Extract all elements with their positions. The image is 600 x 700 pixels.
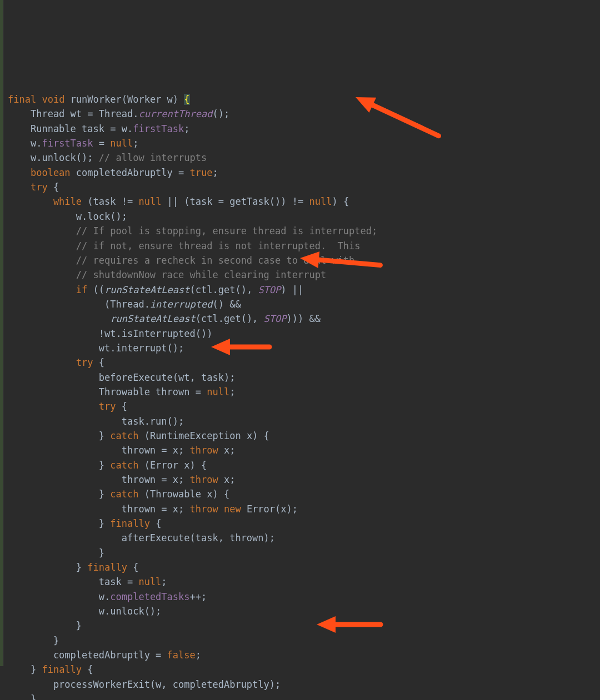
code-line: processWorkerExit(w, completedAbruptly); xyxy=(8,679,281,690)
code-line: } finally { xyxy=(8,518,161,529)
code-line: Runnable task = w.firstTask; xyxy=(8,123,190,134)
code-line: Throwable thrown = null; xyxy=(8,386,235,397)
code-line: w.completedTasks++; xyxy=(8,591,207,602)
code-editor[interactable]: final void runWorker(Worker w) { Thread … xyxy=(0,78,600,700)
code-line: runStateAtLeast(ctl.get(), STOP))) && xyxy=(8,313,321,324)
code-line: } finally { xyxy=(8,562,138,573)
code-line: thrown = x; throw x; xyxy=(8,445,235,456)
code-line: afterExecute(task, thrown); xyxy=(8,532,275,543)
code-line: // if not, ensure thread is not interrup… xyxy=(8,240,361,251)
code-line: } xyxy=(8,635,59,646)
code-line: w.lock(); xyxy=(8,211,127,222)
code-line: thrown = x; throw x; xyxy=(8,474,235,485)
code-line: // shutdownNow race while clearing inter… xyxy=(8,269,326,280)
code-line: } catch (RuntimeException x) { xyxy=(8,430,269,441)
code-line: w.firstTask = null; xyxy=(8,138,138,149)
code-line: !wt.isInterrupted()) xyxy=(8,328,212,339)
code-line: final void runWorker(Worker w) { xyxy=(8,94,190,105)
code-line: while (task != null || (task = getTask()… xyxy=(8,196,349,207)
code-line: task = null; xyxy=(8,576,167,587)
code-line: // requires a recheck in second case to … xyxy=(8,255,354,266)
code-line: } xyxy=(8,620,82,631)
code-line: // If pool is stopping, ensure thread is… xyxy=(8,225,377,236)
code-line: try { xyxy=(8,357,104,368)
code-line: boolean completedAbruptly = true; xyxy=(8,167,218,178)
code-line: w.unlock(); xyxy=(8,606,161,617)
code-line: w.unlock(); // allow interrupts xyxy=(8,152,207,163)
code-line: try { xyxy=(8,182,59,193)
code-line: } xyxy=(8,547,104,558)
code-line: completedAbruptly = false; xyxy=(8,649,201,661)
code-line: Thread wt = Thread.currentThread(); xyxy=(8,108,229,119)
code-line: (Thread.interrupted() && xyxy=(8,299,241,310)
code-line: try { xyxy=(8,401,127,412)
code-line: if ((runStateAtLeast(ctl.get(), STOP) || xyxy=(8,284,303,295)
code-line: } finally { xyxy=(8,664,93,675)
code-line: thrown = x; throw new Error(x); xyxy=(8,503,298,515)
code-line: } catch (Throwable x) { xyxy=(8,489,229,500)
code-line: task.run(); xyxy=(8,416,184,427)
code-line: } catch (Error x) { xyxy=(8,460,207,471)
code-line: } xyxy=(8,693,36,700)
code-line: beforeExecute(wt, task); xyxy=(8,372,235,383)
code-line: wt.interrupt(); xyxy=(8,343,184,354)
